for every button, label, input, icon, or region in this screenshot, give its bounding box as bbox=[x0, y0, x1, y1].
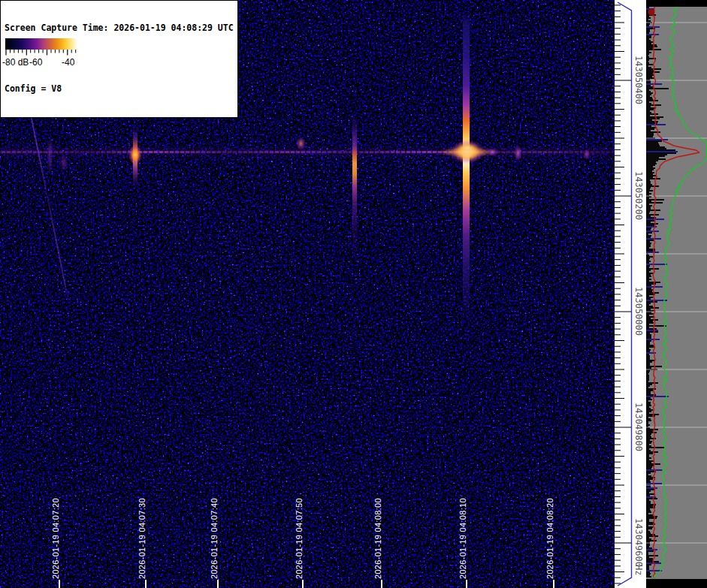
time-axis-label: 2026-01-19 04:07:20 bbox=[51, 498, 60, 579]
live-spectrum-panel bbox=[646, 0, 707, 588]
colorbar-label-min: -80 dB bbox=[2, 57, 29, 68]
time-axis-tick bbox=[381, 580, 382, 588]
time-axis-tick bbox=[145, 580, 147, 588]
time-axis-tick bbox=[217, 580, 219, 588]
spectrum-plot bbox=[646, 0, 707, 588]
time-axis-label: 2026-01-19 04:07:30 bbox=[137, 498, 147, 579]
frequency-axis-label: 143050200 bbox=[633, 171, 644, 220]
frequency-axis-label: 143049800 bbox=[633, 403, 644, 451]
capture-config-text: Config = V8 bbox=[5, 84, 234, 95]
time-axis-label: 2026-01-19 04:07:50 bbox=[295, 498, 304, 579]
time-axis-label: 2026-01-19 04:08:20 bbox=[545, 498, 554, 579]
time-axis-tick bbox=[466, 580, 467, 588]
colorbar-label-max: -40 bbox=[62, 57, 74, 68]
colorbar-gradient bbox=[5, 38, 77, 50]
time-axis-tick bbox=[59, 580, 60, 588]
colorbar-labels: -80 dB -60 -40 bbox=[2, 57, 79, 71]
frequency-axis-label: 143050000 bbox=[633, 287, 644, 336]
frequency-ruler: 1430504001430502001430500001430498001430… bbox=[615, 0, 646, 588]
colorbar-ticks bbox=[5, 50, 77, 56]
time-axis-label: 2026-01-19 04:07:40 bbox=[210, 498, 219, 579]
frequency-axis-label: 143050400 bbox=[633, 56, 644, 104]
screen-capture-root: 2026-01-19 04:07:202026-01-19 04:07:3020… bbox=[0, 0, 707, 588]
frequency-axis-label: 143049600 bbox=[633, 518, 644, 567]
colorbar-legend: -80 dB -60 -40 bbox=[2, 35, 79, 73]
time-axis-label: 2026-01-19 04:08:00 bbox=[373, 498, 382, 579]
colorbar-label-mid: -60 bbox=[29, 57, 42, 68]
time-axis-tick bbox=[553, 580, 554, 588]
capture-time-text: Screen Capture Time: 2026-01-19 04:08:29… bbox=[5, 23, 234, 34]
frequency-unit-label: Hz bbox=[633, 565, 644, 575]
time-axis-tick bbox=[302, 580, 304, 588]
time-axis-label: 2026-01-19 04:08:10 bbox=[458, 498, 467, 579]
